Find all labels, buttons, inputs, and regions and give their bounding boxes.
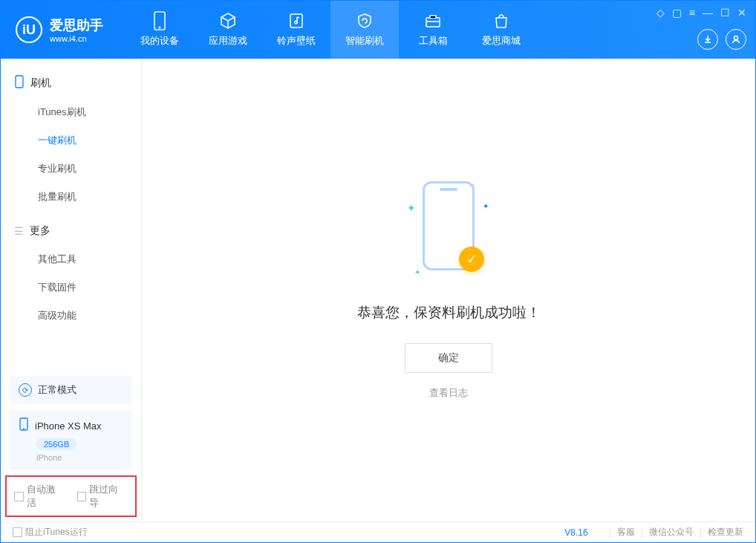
menu-icon[interactable]: ≡ bbox=[689, 7, 695, 19]
checkbox-block-itunes[interactable]: 阻止iTunes运行 bbox=[13, 526, 88, 539]
logo-icon: iU bbox=[16, 16, 42, 43]
view-log-link[interactable]: 查看日志 bbox=[429, 386, 468, 400]
sidebar-item-pro-flash[interactable]: 专业刷机 bbox=[1, 155, 141, 183]
checkbox-auto-activate[interactable]: 自动激活 bbox=[14, 483, 65, 510]
tab-ringtones[interactable]: 铃声壁纸 bbox=[262, 1, 330, 59]
sidebar-item-itunes-flash[interactable]: iTunes刷机 bbox=[1, 98, 141, 126]
checkbox-icon bbox=[77, 492, 87, 501]
tab-label: 工具箱 bbox=[419, 34, 448, 48]
footer-link-update[interactable]: 检查更新 bbox=[708, 526, 743, 539]
nav-tabs: 我的设备 应用游戏 铃声壁纸 智能刷机 工具箱 爱思商城 bbox=[126, 1, 535, 59]
sidebar-item-other-tools[interactable]: 其他工具 bbox=[1, 245, 141, 273]
list-icon: ☰ bbox=[14, 225, 24, 237]
svg-point-8 bbox=[23, 428, 25, 429]
version-label: V8.16 bbox=[564, 527, 587, 538]
footer-link-support[interactable]: 客服 bbox=[617, 526, 635, 539]
tab-apps-games[interactable]: 应用游戏 bbox=[194, 1, 262, 59]
device-icon bbox=[151, 12, 169, 30]
header-bar: iU 爱思助手 www.i4.cn 我的设备 应用游戏 铃声壁纸 智能刷机 工具… bbox=[1, 1, 755, 59]
svg-point-3 bbox=[295, 21, 298, 24]
device-card[interactable]: iPhone XS Max 256GB iPhone bbox=[10, 410, 132, 469]
phone-icon bbox=[19, 417, 29, 434]
success-message: 恭喜您，保资料刷机成功啦！ bbox=[357, 303, 541, 322]
svg-rect-4 bbox=[426, 18, 440, 27]
footer-bar: 阻止iTunes运行 V8.16 | 客服 | 微信公众号 | 检查更新 bbox=[1, 521, 755, 542]
app-url: www.i4.cn bbox=[50, 34, 103, 43]
svg-point-1 bbox=[159, 27, 161, 29]
sparkle-icon: ✦ bbox=[414, 268, 420, 276]
cube-icon bbox=[219, 12, 237, 30]
check-badge-icon: ✓ bbox=[459, 247, 484, 272]
tab-label: 铃声壁纸 bbox=[277, 34, 316, 48]
main-content: ✦ ✦ ✦ ✦ ✓ 恭喜您，保资料刷机成功啦！ 确定 查看日志 bbox=[142, 59, 755, 521]
lock-icon[interactable]: ▢ bbox=[672, 7, 682, 19]
tab-toolbox[interactable]: 工具箱 bbox=[399, 1, 467, 59]
tab-label: 爱思商城 bbox=[482, 34, 521, 48]
app-name: 爱思助手 bbox=[50, 16, 103, 34]
tab-smart-flash[interactable]: 智能刷机 bbox=[330, 1, 399, 59]
sidebar-item-advanced[interactable]: 高级功能 bbox=[1, 302, 141, 330]
footer-link-wechat[interactable]: 微信公众号 bbox=[649, 526, 694, 539]
sparkle-icon: ✦ bbox=[483, 202, 489, 210]
download-button[interactable] bbox=[697, 29, 718, 50]
close-icon[interactable]: ✕ bbox=[737, 7, 746, 19]
checkbox-icon bbox=[13, 527, 22, 537]
user-button[interactable] bbox=[726, 29, 746, 50]
svg-point-5 bbox=[734, 36, 738, 40]
maximize-icon[interactable]: ☐ bbox=[720, 7, 730, 19]
window-controls: ◇ ▢ ≡ — ☐ ✕ bbox=[656, 7, 746, 19]
sidebar-section-flash: 刷机 bbox=[1, 68, 141, 98]
storage-badge: 256GB bbox=[36, 438, 76, 450]
bag-icon bbox=[492, 12, 510, 30]
logo-area: iU 爱思助手 www.i4.cn bbox=[16, 16, 103, 43]
svg-rect-6 bbox=[16, 76, 23, 88]
sidebar-item-download-fw[interactable]: 下载固件 bbox=[1, 273, 141, 302]
tab-label: 智能刷机 bbox=[345, 34, 384, 48]
tab-store[interactable]: 爱思商城 bbox=[467, 1, 535, 59]
device-type: iPhone bbox=[36, 453, 123, 462]
ok-button[interactable]: 确定 bbox=[405, 343, 492, 373]
tab-my-device[interactable]: 我的设备 bbox=[126, 1, 194, 59]
tab-label: 我的设备 bbox=[140, 34, 179, 48]
toolbox-icon bbox=[424, 12, 442, 30]
music-icon bbox=[287, 12, 305, 30]
sidebar-item-batch-flash[interactable]: 批量刷机 bbox=[1, 183, 141, 211]
mode-label: 正常模式 bbox=[38, 383, 76, 397]
section-title: 刷机 bbox=[30, 77, 51, 90]
sidebar-section-more: ☰ 更多 bbox=[1, 217, 141, 245]
sidebar: 刷机 iTunes刷机 一键刷机 专业刷机 批量刷机 ☰ 更多 其他工具 下载固… bbox=[1, 59, 142, 521]
checkbox-skip-guide[interactable]: 跳过向导 bbox=[77, 483, 128, 510]
mode-card[interactable]: ⟳ 正常模式 bbox=[10, 376, 132, 404]
success-illustration: ✦ ✦ ✦ ✦ ✓ bbox=[404, 181, 493, 285]
device-name: iPhone XS Max bbox=[35, 420, 102, 432]
section-title: 更多 bbox=[30, 224, 50, 238]
minimize-icon[interactable]: — bbox=[703, 7, 713, 19]
checkbox-icon bbox=[14, 492, 24, 501]
shirt-icon[interactable]: ◇ bbox=[656, 7, 665, 19]
refresh-shield-icon bbox=[356, 12, 374, 30]
sparkle-icon: ✦ bbox=[407, 202, 416, 214]
highlighted-options: 自动激活 跳过向导 bbox=[5, 475, 137, 517]
mode-icon: ⟳ bbox=[19, 383, 32, 397]
phone-icon bbox=[14, 75, 25, 91]
tab-label: 应用游戏 bbox=[209, 34, 247, 48]
sidebar-item-oneclick-flash[interactable]: 一键刷机 bbox=[1, 126, 141, 155]
